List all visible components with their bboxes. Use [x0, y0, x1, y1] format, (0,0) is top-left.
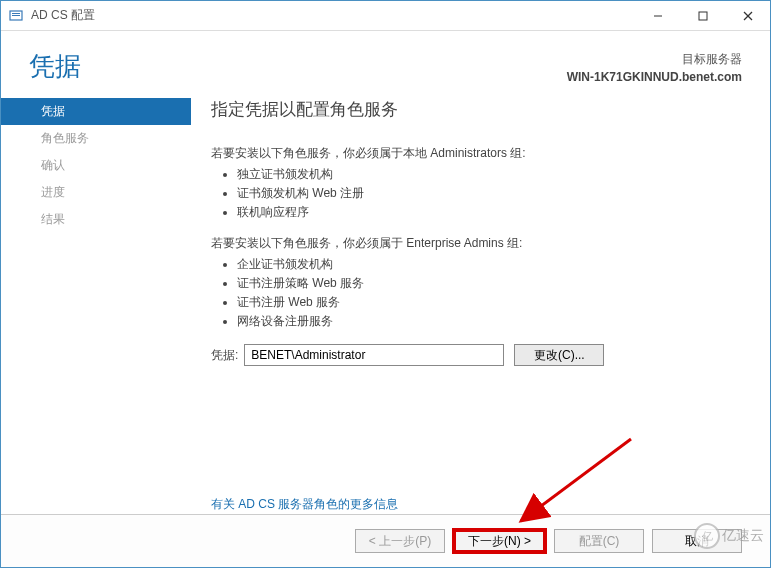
content: 指定凭据以配置角色服务 若要安装以下角色服务，你必须属于本地 Administr… — [191, 94, 770, 514]
list-item: 联机响应程序 — [237, 204, 742, 221]
credentials-input[interactable] — [244, 344, 504, 366]
sidebar-item-credentials[interactable]: 凭据 — [1, 98, 191, 125]
previous-button: < 上一步(P) — [355, 529, 445, 553]
intro-text-2: 若要安装以下角色服务，你必须属于 Enterprise Admins 组: — [211, 235, 742, 252]
maximize-button[interactable] — [680, 1, 725, 30]
content-title: 指定凭据以配置角色服务 — [211, 98, 742, 121]
watermark-text: 亿速云 — [722, 527, 764, 545]
role-list-local-admins: 独立证书颁发机构 证书颁发机构 Web 注册 联机响应程序 — [237, 166, 742, 221]
role-list-enterprise-admins: 企业证书颁发机构 证书注册策略 Web 服务 证书注册 Web 服务 网络设备注… — [237, 256, 742, 330]
window-controls — [635, 1, 770, 30]
sidebar-item-results[interactable]: 结果 — [1, 206, 191, 233]
configure-button: 配置(C) — [554, 529, 644, 553]
watermark: 亿 亿速云 — [694, 523, 764, 549]
intro-text-1: 若要安装以下角色服务，你必须属于本地 Administrators 组: — [211, 145, 742, 162]
config-window: AD CS 配置 凭据 目标服务器 WIN-1K71GKINNUD.benet.… — [0, 0, 771, 568]
list-item: 网络设备注册服务 — [237, 313, 742, 330]
change-credentials-button[interactable]: 更改(C)... — [514, 344, 604, 366]
svg-rect-1 — [12, 13, 20, 14]
credentials-row: 凭据: 更改(C)... — [211, 344, 742, 366]
sidebar-item-progress[interactable]: 进度 — [1, 179, 191, 206]
titlebar: AD CS 配置 — [1, 1, 770, 31]
target-host: WIN-1K71GKINNUD.benet.com — [567, 70, 742, 84]
svg-rect-2 — [12, 15, 20, 16]
minimize-button[interactable] — [635, 1, 680, 30]
list-item: 证书注册策略 Web 服务 — [237, 275, 742, 292]
svg-rect-4 — [699, 12, 707, 20]
list-item: 证书注册 Web 服务 — [237, 294, 742, 311]
target-label: 目标服务器 — [567, 51, 742, 68]
sidebar: 凭据 角色服务 确认 进度 结果 — [1, 94, 191, 514]
page-title: 凭据 — [29, 49, 567, 84]
watermark-icon: 亿 — [694, 523, 720, 549]
credentials-label: 凭据: — [211, 347, 238, 364]
body: 凭据 角色服务 确认 进度 结果 指定凭据以配置角色服务 若要安装以下角色服务，… — [1, 94, 770, 514]
target-info: 目标服务器 WIN-1K71GKINNUD.benet.com — [567, 49, 742, 84]
app-icon — [9, 9, 25, 23]
close-button[interactable] — [725, 1, 770, 30]
list-item: 企业证书颁发机构 — [237, 256, 742, 273]
header: 凭据 目标服务器 WIN-1K71GKINNUD.benet.com — [1, 31, 770, 94]
list-item: 独立证书颁发机构 — [237, 166, 742, 183]
more-info-link[interactable]: 有关 AD CS 服务器角色的更多信息 — [211, 496, 398, 513]
window-title: AD CS 配置 — [31, 7, 635, 24]
next-button[interactable]: 下一步(N) > — [453, 529, 546, 553]
sidebar-item-role-services[interactable]: 角色服务 — [1, 125, 191, 152]
list-item: 证书颁发机构 Web 注册 — [237, 185, 742, 202]
footer: < 上一步(P) 下一步(N) > 配置(C) 取消 — [1, 514, 770, 567]
sidebar-item-confirm[interactable]: 确认 — [1, 152, 191, 179]
